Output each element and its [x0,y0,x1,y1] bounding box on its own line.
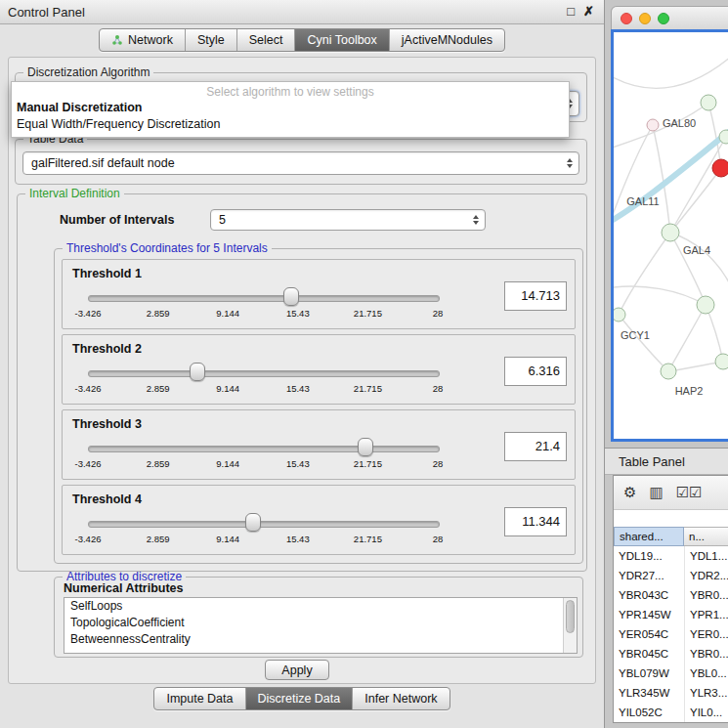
tick-label: 9.144 [216,534,239,544]
network-edge[interactable] [668,305,706,371]
network-edge[interactable] [614,124,728,224]
scrollbar-thumb[interactable] [566,600,575,633]
tab-impute-data[interactable]: Impute Data [154,688,244,709]
threshold-panel-1: Threshold 1-3.4262.8599.14415.4321.71528… [62,259,576,329]
table-cell: YPR145W [614,605,684,624]
minimize-traffic-light-icon[interactable] [639,13,651,24]
settings-gear-icon[interactable]: ⚙ [623,485,636,500]
bottom-tab-row: Impute DataDiscretize DataInfer Network [0,687,604,710]
network-window: GAL80GAL11GAL4GCY1HAP2 [611,6,728,442]
tab-jactivemnodules[interactable]: jActiveMNodules [389,29,504,51]
table-data-combobox[interactable]: galFiltered.sif default node [22,151,579,175]
algorithm-option-manual-discretization[interactable]: Manual Discretization [12,100,569,116]
network-edge[interactable] [619,233,670,315]
tab-cyni-toolbox[interactable]: Cyni Toolbox [294,29,388,51]
table-row[interactable]: YIL052CYIL0... [614,703,728,722]
table-cell: YIL0... [684,703,728,722]
table-row[interactable]: YBR045CYBR0... [614,644,728,664]
network-node[interactable] [697,296,714,314]
tab-label: Impute Data [166,692,233,706]
attribute-item-selfloops[interactable]: SelfLoops [64,598,577,615]
threshold-value-field[interactable]: 14.713 [504,281,567,311]
network-edge[interactable] [619,315,668,371]
number-of-intervals-combobox[interactable]: 5 [210,209,486,231]
network-node[interactable] [647,119,659,131]
threshold-label: Threshold 1 [72,267,142,280]
node-label-gcy1: GCY1 [621,329,650,341]
threshold-label: Threshold 2 [72,342,142,356]
tick-label: -3.426 [75,308,102,319]
tick-label: 9.144 [216,383,239,394]
network-edge[interactable] [670,168,721,233]
numerical-attributes-list[interactable]: SelfLoopsTopologicalCoefficientBetweenne… [64,597,578,654]
table-panel-window: ⚙▥☑☑ shared...n... YDL19...YDL1...YDR27.… [613,475,728,723]
slider-tick-labels: -3.4262.8599.14415.4321.71528 [88,383,438,395]
tab-select[interactable]: Select [236,29,295,51]
tick-label: 15.43 [286,308,310,319]
threshold-value-field[interactable]: 6.316 [504,357,567,386]
number-of-intervals-value: 5 [219,213,226,227]
float-window-icon[interactable]: □ [567,5,575,19]
combobox-stepper-icon[interactable] [567,158,573,168]
table-row[interactable]: YDL19...YDL1... [614,546,728,566]
table-row[interactable]: YPR145WYPR1... [614,605,728,624]
tick-label: 2.859 [147,383,170,394]
table-header-row: shared...n... [614,527,728,546]
table-row[interactable]: YER054CYER0... [614,624,728,644]
network-edge[interactable] [670,137,726,233]
network-edge[interactable] [614,286,706,305]
threshold-slider-track[interactable] [88,446,440,452]
network-node[interactable] [614,308,625,321]
network-node[interactable] [719,130,728,144]
table-cell: YLR3... [684,683,728,703]
column-header-n[interactable]: n... [684,527,728,546]
tab-infer-network[interactable]: Infer Network [352,688,449,709]
apply-button[interactable]: Apply [265,660,329,680]
bottom-tab-bar: Impute DataDiscretize DataInfer Network [153,687,450,710]
tab-discretize-data[interactable]: Discretize Data [245,688,353,709]
threshold-slider-thumb[interactable] [190,363,205,381]
top-tab-row: NetworkStyleSelectCyni ToolboxjActiveMNo… [0,28,604,52]
network-canvas[interactable]: GAL80GAL11GAL4GCY1HAP2 [611,29,728,442]
threshold-value-field[interactable]: 11.344 [504,507,567,536]
table-row[interactable]: YBR043CYBR0... [614,585,728,605]
threshold-slider-track[interactable] [88,295,440,302]
table-row[interactable]: YLR345WYLR3... [614,683,728,703]
network-node[interactable] [662,224,679,241]
table-body: YDL19...YDL1...YDR27...YDR2...YBR043CYBR… [614,546,728,722]
threshold-slider-track[interactable] [88,521,440,528]
close-traffic-light-icon[interactable] [621,13,632,24]
table-row[interactable]: YDR27...YDR2... [614,566,728,585]
tab-style[interactable]: Style [185,29,236,51]
threshold-panel-3: Threshold 3-3.4262.8599.14415.4321.71528… [62,409,576,480]
column-header-shared[interactable]: shared... [614,527,684,546]
column-layout-icon[interactable]: ▥ [649,485,663,500]
threshold-value-field[interactable]: 21.4 [504,432,567,461]
table-cell: YBR0... [684,644,728,664]
zoom-traffic-light-icon[interactable] [658,13,669,24]
network-node[interactable] [661,364,676,379]
network-node[interactable] [715,354,728,369]
network-node[interactable] [701,95,716,110]
threshold-label: Threshold 4 [72,492,142,506]
network-edge[interactable] [614,50,728,88]
network-node[interactable] [712,159,728,177]
attribute-item-betweennesscentrality[interactable]: BetweennessCentrality [64,631,577,648]
threshold-slider-thumb[interactable] [358,438,373,456]
attribute-item-topologicalcoefficient[interactable]: TopologicalCoefficient [64,615,577,631]
show-columns-icon[interactable]: ☑☑ [676,485,703,500]
algorithm-option-equal-width-frequency-discretization[interactable]: Equal Width/Frequency Discretization [12,116,569,133]
table-cell: YLR345W [614,683,684,703]
combobox-stepper-icon[interactable] [473,215,479,225]
list-scrollbar[interactable] [563,598,577,653]
threshold-slider-thumb[interactable] [283,287,299,306]
threshold-slider-thumb[interactable] [245,513,261,532]
tab-network[interactable]: Network [100,29,185,51]
threshold-label: Threshold 3 [72,417,142,431]
threshold-slider-track[interactable] [88,370,440,377]
network-edge[interactable] [668,362,723,371]
close-window-icon[interactable]: ✗ [583,5,594,19]
tick-label: 28 [433,383,444,394]
table-row[interactable]: YBL079WYBL0... [614,664,728,683]
table-cell: YBL0... [684,664,728,683]
